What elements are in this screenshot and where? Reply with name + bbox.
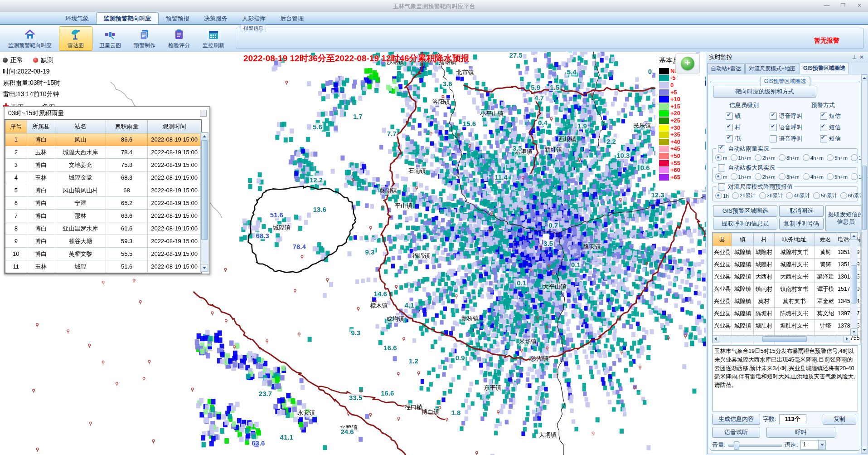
menu-tab-监测预警靶向叫应[interactable]: 监测预警靶向叫应	[96, 12, 159, 24]
rain-table-row[interactable]: 10博白英桥文黎55.52022-08-19 15:00	[5, 248, 201, 260]
auto-wind-radio-5h+m[interactable]: 5h+m	[827, 173, 848, 180]
rain-col-header[interactable]: 序号	[5, 120, 27, 133]
auto-rain-radio-5h+m[interactable]: 5h+m	[827, 154, 848, 161]
pin-icon[interactable]: ⊥	[851, 54, 858, 60]
combo-dropdown-icon[interactable]	[818, 440, 825, 449]
contact-row[interactable]: 兴业县城隍镇城隍村城隍村支书黄铸135176975	[713, 246, 861, 259]
auto-wind-checkbox[interactable]	[718, 164, 725, 171]
auto-wind-radio-4h+m[interactable]: 4h+m	[803, 173, 824, 180]
auto-rain-radio-4h+m[interactable]: 4h+m	[803, 154, 824, 161]
auto-rain-radio-1h+m[interactable]: 1h+m	[731, 154, 752, 161]
rain-col-header[interactable]: 站名	[55, 120, 106, 133]
warning-message-textarea[interactable]: 玉林市气象台19日5时15分发布暴雨橙色预警信号,4时以来兴业县城隍大西水库已出…	[712, 345, 858, 411]
copy-button[interactable]: 复制	[823, 414, 856, 425]
generate-message-button[interactable]: 生成信息内容	[712, 414, 760, 425]
speed-combobox[interactable]: 1	[800, 440, 826, 450]
auto-rain-checkbox[interactable]	[718, 145, 725, 152]
contact-row[interactable]: 兴业县城隍镇塘肚村塘肚村支书钟塔137885534	[713, 320, 861, 332]
model-rain-checkbox[interactable]	[718, 183, 725, 191]
panel-scrollbar[interactable]	[861, 74, 868, 454]
voice-preview-button[interactable]: 语音试听	[712, 427, 760, 438]
rain-col-header[interactable]: 累积雨量	[106, 120, 148, 133]
monitor-tab-对流尺度模式+地图[interactable]: 对流尺度模式+地图	[745, 63, 799, 74]
score-button[interactable]: 检验评分	[162, 26, 196, 51]
home-button[interactable]: 监测预警靶向叫应	[2, 26, 58, 51]
menu-tab-预警预报[interactable]: 预警预报	[159, 13, 197, 24]
contact-col-header[interactable]: 村	[754, 233, 775, 246]
rain-col-header[interactable]: 所属县	[27, 120, 55, 133]
contact-table-hscrollbar[interactable]	[713, 335, 850, 342]
model-rain-radio-1h[interactable]: 1h	[715, 192, 729, 199]
minimize-icon[interactable]: —	[822, 1, 832, 10]
copy-call-number-button[interactable]: 复制呼叫号码	[779, 218, 824, 230]
monitor-tab-GIS预警区域圈选[interactable]: GIS预警区域圈选	[800, 63, 849, 74]
panel-close-icon[interactable]: ✕	[858, 54, 865, 60]
contact-col-header[interactable]: 镇	[732, 233, 754, 246]
auto-rain-radio-3h+m[interactable]: 3h+m	[779, 154, 800, 161]
menu-tab-环境气象[interactable]: 环境气象	[58, 13, 96, 24]
volume-slider[interactable]	[728, 441, 782, 449]
rain-table-scrollbar[interactable]	[200, 132, 209, 272]
level-checkbox-屯[interactable]	[726, 135, 733, 142]
rain-table-row[interactable]: 4玉林城隍金党68.32022-08-19 15:00	[5, 171, 201, 184]
gis-select-button[interactable]: GIS预警区域圈选	[713, 205, 777, 217]
model-rain-radio-4h累计[interactable]: 4h累计	[786, 192, 810, 199]
table-window-icon[interactable]	[200, 110, 207, 117]
rain-col-header[interactable]: 观测时间	[148, 120, 201, 133]
auto-rain-radio-2h+m[interactable]: 2h+m	[755, 154, 776, 161]
cancel-select-button[interactable]: 取消圈选	[779, 205, 824, 217]
contact-row[interactable]: 兴业县城隍镇镇南村镇南村支书谭于模151775946	[713, 283, 861, 295]
extract-sms-informer-button[interactable]: 提取发短信的信息员	[825, 205, 866, 231]
contact-col-header[interactable]: 姓名	[815, 233, 837, 246]
auto-wind-radio-2h+m[interactable]: 2h+m	[755, 173, 776, 180]
maximize-icon[interactable]: ❐	[838, 1, 848, 10]
auto-rain-radio-m[interactable]: m	[715, 154, 727, 161]
close-icon[interactable]: ✕	[854, 1, 864, 10]
contact-col-header[interactable]: 职务/地址	[775, 233, 815, 246]
monitor-tab-自动站+雷达[interactable]: 自动站+雷达	[707, 63, 745, 74]
make-button[interactable]: 预警制作	[128, 26, 161, 51]
rain-table-row[interactable]: 7博白那林63.62022-08-19 15:00	[5, 210, 201, 222]
contact-table-vscrollbar[interactable]	[850, 233, 858, 336]
rain-table-row[interactable]: 11玉林城隍51.62022-08-19 15:00	[5, 260, 201, 274]
contact-row[interactable]: 兴业县城隍镇莫村莫村支书覃金乾134575405	[713, 295, 861, 308]
rain-table-row[interactable]: 1博白凤山86.62022-08-19 15:00	[5, 133, 201, 146]
model-rain-radio-5h累计[interactable]: 5h累计	[813, 192, 837, 199]
refresh-button[interactable]: 监控刷新	[197, 26, 230, 51]
contact-col-header[interactable]: 县	[713, 233, 732, 246]
contact-row[interactable]: 兴业县城隍镇陈塘村陈塘村支书莫文绍139775796	[713, 308, 861, 320]
menu-tab-人影指挥[interactable]: 人影指挥	[235, 13, 273, 24]
call-button[interactable]: 呼叫	[766, 427, 835, 438]
call-level-mode-button[interactable]: 靶向叫应的级别和方式	[713, 86, 816, 98]
volume-slider-thumb[interactable]	[734, 441, 739, 450]
model-rain-radio-3h累计[interactable]: 3h累计	[759, 192, 783, 199]
sms-checkbox-镇[interactable]	[820, 113, 827, 120]
sms-checkbox-屯[interactable]	[820, 135, 827, 142]
auto-wind-radio-1h+m[interactable]: 1h+m	[731, 173, 752, 180]
radar-button[interactable]: 雷达图	[59, 26, 92, 51]
voice-call-checkbox-镇[interactable]	[770, 113, 777, 120]
rain-table-row[interactable]: 2玉林城隍大西水库78.42022-08-19 15:00	[5, 146, 201, 159]
rain-table-row[interactable]: 8博白亚山温罗水库61.62022-08-19 15:00	[5, 222, 201, 235]
level-checkbox-村[interactable]	[726, 124, 733, 131]
contact-row[interactable]: 兴业县城隍镇城隍村城隍村支书黄铸135176975	[713, 259, 861, 271]
sms-checkbox-村[interactable]	[820, 124, 827, 131]
menu-tab-决策服务[interactable]: 决策服务	[197, 13, 235, 24]
level-checkbox-镇[interactable]	[726, 113, 733, 120]
auto-wind-radio-3h+m[interactable]: 3h+m	[779, 173, 800, 180]
rain-table-row[interactable]: 3博白文地姜充75.82022-08-19 15:00	[5, 159, 201, 171]
extract-call-informer-button[interactable]: 提取呼叫的信息员	[713, 218, 777, 230]
contact-row[interactable]: 兴业县城隍镇大西村大西村支书梁泽建130149571	[713, 271, 861, 283]
voice-call-checkbox-屯[interactable]	[770, 135, 777, 142]
model-rain-radio-2h累计[interactable]: 2h累计	[732, 192, 756, 199]
rain-table-row[interactable]: 6博白宁潭65.22022-08-19 15:00	[5, 197, 201, 210]
radar-map[interactable]: 沙塘镇蒲塘镇北市镇洛阳镇小平山镇民乐镇山心镇石南镇葵阳镇平山镇城隍镇福绵镇大平山…	[0, 52, 706, 455]
auto-wind-radio-m[interactable]: m	[715, 173, 727, 180]
rain-table-row[interactable]: 5博白凤山镇凤山村682022-08-19 15:00	[5, 184, 201, 197]
voice-call-checkbox-村[interactable]	[770, 124, 777, 131]
satellite-button[interactable]: 卫星云图	[93, 26, 127, 51]
rain-table-row[interactable]: 9博白顿谷大塘59.32022-08-19 15:00	[5, 235, 201, 248]
model-rain-radio-6h累计[interactable]: 6h累计	[840, 192, 864, 199]
menu-tab-后台管理[interactable]: 后台管理	[273, 13, 311, 24]
zoom-in-button[interactable]: +	[675, 54, 700, 73]
